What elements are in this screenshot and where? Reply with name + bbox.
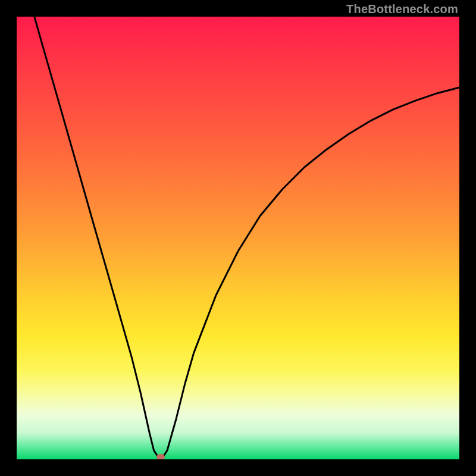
watermark-text: TheBottleneck.com [346, 2, 458, 16]
bottleneck-curve [17, 17, 459, 459]
optimal-marker [156, 454, 165, 459]
chart-frame: TheBottleneck.com [0, 0, 476, 476]
plot-area [17, 17, 459, 459]
